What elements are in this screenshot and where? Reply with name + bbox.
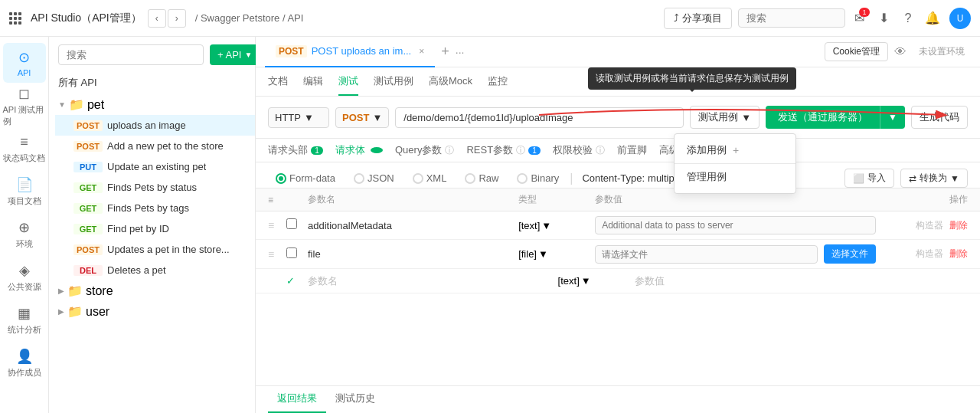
method-select-arrow: ▼: [304, 112, 314, 123]
help-icon[interactable]: ?: [900, 11, 916, 26]
http-method-select[interactable]: HTTP ▼: [268, 107, 329, 128]
sidebar-item-stats[interactable]: ▦ 统计分析: [3, 300, 46, 340]
param-name-empty: 参数名: [308, 274, 558, 288]
radio-form-data[interactable]: Form-data: [268, 169, 343, 187]
sidebar-item-public-res[interactable]: ◈ 公共资源: [3, 257, 46, 297]
bottom-tab-result[interactable]: 返回结果: [268, 392, 326, 413]
tree-folder-pet[interactable]: ▼ 📁 pet: [49, 94, 255, 115]
bottom-tab-history[interactable]: 测试历史: [326, 392, 384, 413]
generate-code-button[interactable]: 生成代码: [911, 106, 968, 129]
nav-back-button[interactable]: ‹: [148, 9, 166, 28]
constructor-link-additional[interactable]: 构造器: [916, 219, 943, 232]
checkbox-input[interactable]: [286, 247, 297, 258]
api-list-header: + API ▼: [49, 37, 255, 73]
param-value-input-additional[interactable]: [595, 216, 876, 234]
nav-forward-button[interactable]: ›: [168, 9, 186, 28]
api-item-updates-pet-store[interactable]: POST Updates a pet in the store...: [55, 239, 255, 260]
subtab-doc[interactable]: 文档: [268, 74, 288, 96]
param-tab-auth[interactable]: 权限校验 ⓘ: [553, 143, 605, 157]
api-item-update-pet[interactable]: PUT Update an existing pet: [55, 156, 255, 177]
method-tag-del: DEL: [74, 265, 103, 276]
api-item-add-new-pet[interactable]: POST Add a new pet to the store: [55, 136, 255, 156]
subtab-edit[interactable]: 编辑: [303, 74, 323, 96]
api-item-finds-by-tags[interactable]: GET Finds Pets by tags: [55, 198, 255, 218]
radio-json[interactable]: JSON: [346, 169, 402, 187]
delete-link-file[interactable]: 删除: [949, 247, 968, 261]
import-icon: ⬜: [853, 173, 864, 184]
share-project-button[interactable]: ⤴ 分享项目: [664, 8, 732, 29]
sidebar-item-api-test[interactable]: ◻ API 测试用例: [3, 86, 46, 126]
api-search-input[interactable]: [58, 44, 204, 65]
content-type-label: Content-Type:: [582, 172, 645, 184]
send-dropdown-button[interactable]: ▼: [880, 106, 905, 129]
send-button[interactable]: 发送（通过服务器）: [766, 106, 880, 129]
tab-close-icon[interactable]: ×: [419, 46, 424, 57]
radio-raw[interactable]: Raw: [457, 169, 506, 187]
download-icon[interactable]: ⬇: [876, 11, 891, 26]
chevron-right-icon: ▶: [58, 307, 64, 316]
subtab-monitor[interactable]: 监控: [488, 74, 508, 96]
api-item-find-by-id[interactable]: GET Find pet by ID: [55, 218, 255, 239]
cookie-manage-button[interactable]: Cookie管理: [825, 42, 888, 61]
add-case-item[interactable]: 添加用例 +: [675, 137, 795, 164]
delete-link-additional[interactable]: 删除: [949, 219, 968, 232]
checkbox-file[interactable]: [286, 247, 308, 261]
notification-icon[interactable]: 🔔: [925, 11, 940, 26]
global-search-input[interactable]: [738, 8, 845, 28]
subtab-advanced-mock[interactable]: 高级Mock: [429, 74, 472, 96]
tree-folder-store[interactable]: ▶ 📁 store: [49, 280, 255, 301]
radio-dot-binary: [517, 173, 528, 184]
subtab-test-case[interactable]: 测试用例: [374, 74, 413, 96]
constructor-link-file[interactable]: 构造器: [916, 247, 943, 261]
test-case-button[interactable]: 测试用例 ▼: [690, 106, 760, 129]
params-table: ≡ 参数名 类型 参数值 操作 ≡ additionalMetadata [te…: [256, 188, 980, 385]
checkbox-additional[interactable]: [286, 218, 308, 232]
action-links-file: 构造器 删除: [876, 247, 968, 261]
param-tab-rest[interactable]: REST参数 ⓘ 1: [466, 143, 541, 157]
param-tab-body[interactable]: 请求体: [335, 143, 383, 157]
method-tag-post: POST: [74, 141, 103, 152]
convert-button[interactable]: ⇄ 转换为 ▼: [900, 169, 968, 188]
breadcrumb: / Swagger Petstore / API: [195, 12, 304, 24]
sidebar-item-env[interactable]: ⊕ 环境: [3, 215, 46, 254]
tab-more-button[interactable]: ···: [456, 46, 465, 58]
param-tab-query[interactable]: Query参数 ⓘ: [395, 143, 454, 157]
type-arrow[interactable]: ▼: [541, 220, 551, 231]
eye-icon[interactable]: 👁: [888, 45, 913, 59]
tree-folder-user[interactable]: ▶ 📁 user: [49, 301, 255, 322]
tab-uploads-image[interactable]: POST POST uploads an im... ×: [265, 37, 435, 67]
param-name-additional: additionalMetadata: [308, 220, 518, 231]
folder-icon: 📁: [67, 284, 83, 298]
manage-case-item[interactable]: 管理用例: [675, 164, 795, 190]
type-arrow[interactable]: ▼: [581, 275, 591, 287]
folder-icon: 📁: [69, 97, 84, 112]
url-input[interactable]: [395, 107, 684, 128]
param-value-input-file[interactable]: [595, 245, 818, 264]
sidebar-item-status-code[interactable]: ≡ 状态码文档: [3, 129, 46, 169]
avatar[interactable]: U: [949, 8, 971, 29]
main-content: POST POST uploads an im... × + ··· Cooki…: [256, 37, 980, 413]
api-item-deletes-pet[interactable]: DEL Deletes a pet: [55, 260, 255, 280]
request-method-select[interactable]: POST ▼: [335, 107, 389, 128]
choose-file-button[interactable]: 选择文件: [824, 244, 876, 264]
param-tab-headers[interactable]: 请求头部 1: [268, 143, 323, 157]
radio-xml[interactable]: XML: [405, 169, 455, 187]
type-arrow[interactable]: ▼: [538, 248, 548, 260]
param-tab-pre-script[interactable]: 前置脚: [617, 143, 647, 157]
subtab-test[interactable]: 测试: [338, 74, 358, 96]
add-api-button[interactable]: + API ▼: [210, 44, 260, 65]
tab-add-button[interactable]: +: [435, 44, 456, 60]
sidebar-item-api[interactable]: ⊙ API: [3, 43, 46, 83]
sidebar-item-project-doc[interactable]: 📄 项目文档: [3, 172, 46, 211]
checkbox-input[interactable]: [286, 218, 297, 229]
import-button[interactable]: ⬜ 导入: [844, 169, 894, 188]
api-item-finds-by-status[interactable]: GET Finds Pets by status: [55, 177, 255, 198]
plus-icon: +: [733, 144, 739, 156]
request-area: 读取测试用例或将当前请求信息保存为测试用例 HTTP ▼ POST ▼: [256, 97, 980, 139]
sidebar-item-members[interactable]: 👤 协作成员: [3, 343, 46, 383]
api-item-uploads-image[interactable]: POST uploads an image: [55, 115, 255, 136]
radio-binary[interactable]: Binary: [509, 169, 567, 187]
method-tag-post: POST: [74, 244, 103, 255]
method-tag-post: POST: [74, 120, 103, 131]
message-icon[interactable]: ✉ 1: [851, 11, 867, 26]
